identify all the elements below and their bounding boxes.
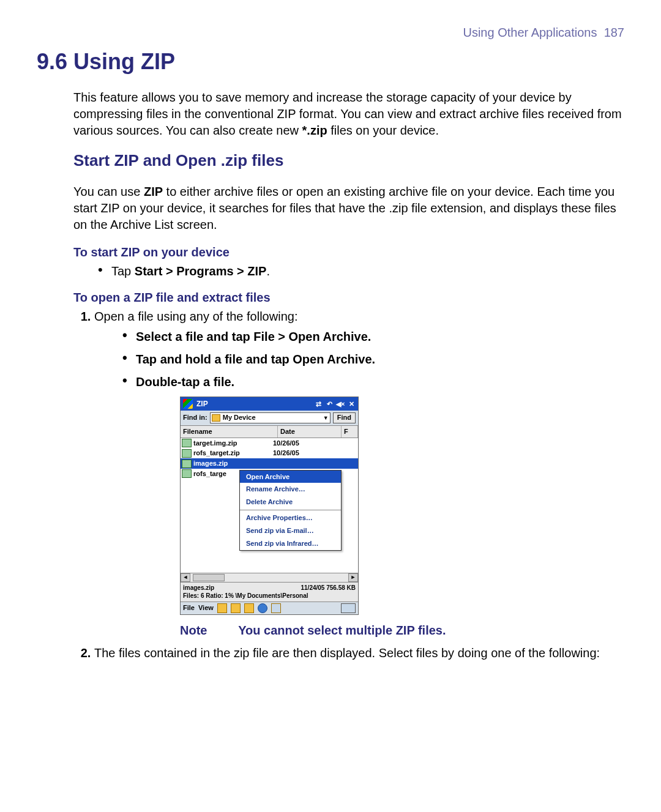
menu-delete-archive[interactable]: Delete Archive <box>240 496 341 508</box>
page-header: Using Other Applications 187 <box>37 24 624 41</box>
step1-bullet-1: Select a file and tap File > Open Archiv… <box>119 329 624 345</box>
zip-file-icon <box>182 439 192 447</box>
file-row-selected[interactable]: images.zip <box>181 458 358 469</box>
find-label: Find in: <box>183 413 207 422</box>
intro-paragraph: This feature allows you to save memory a… <box>73 89 624 139</box>
note-row: Note You cannot select multiple ZIP file… <box>180 622 624 639</box>
note-label: Note <box>180 622 235 639</box>
find-location-dropdown[interactable]: My Device ▼ <box>210 412 330 423</box>
column-other[interactable]: F <box>342 426 358 438</box>
chevron-down-icon: ▼ <box>323 414 329 422</box>
menu-separator <box>240 510 341 510</box>
open-folder-icon[interactable] <box>217 603 227 613</box>
keyboard-icon[interactable] <box>341 603 356 613</box>
zip-file-icon <box>182 449 192 458</box>
status-bar: images.zip 11/24/05 756.58 KB Files: 6 R… <box>181 582 358 602</box>
task-heading-start-zip: To start ZIP on your device <box>73 244 624 261</box>
scroll-right-icon[interactable]: ► <box>348 573 358 582</box>
step-1: Open a file using any of the following: … <box>94 308 624 639</box>
menu-file[interactable]: File <box>183 603 195 613</box>
section-title: 9.6 Using ZIP <box>37 47 624 77</box>
zip-file-icon <box>182 460 192 468</box>
note-text: You cannot select multiple ZIP files. <box>238 624 446 637</box>
zip-file-icon <box>182 469 192 478</box>
zip-app-screenshot: ZIP ⇄ ↶ ◀× ✕ Find in: My Device ▼ Find F… <box>180 397 359 615</box>
column-filename[interactable]: Filename <box>181 426 278 438</box>
close-icon[interactable]: ✕ <box>347 400 356 408</box>
file-list: target.img.zip 10/26/05 rofs_target.zip … <box>181 438 358 573</box>
back-icon[interactable]: ↶ <box>325 400 334 408</box>
find-button[interactable]: Find <box>333 412 356 423</box>
step1-bullet-3: Double-tap a file. <box>119 374 624 390</box>
task-heading-open-zip: To open a ZIP file and extract files <box>73 289 624 306</box>
step-2: The files contained in the zip file are … <box>94 645 624 661</box>
scroll-left-icon[interactable]: ◄ <box>181 573 190 582</box>
column-date[interactable]: Date <box>278 426 342 438</box>
horizontal-scrollbar[interactable]: ◄ ► <box>181 573 358 582</box>
subsection-intro: You can use ZIP to either archive files … <box>73 184 624 233</box>
bottom-menu-bar: File View <box>181 602 358 614</box>
list-header: Filename Date F <box>181 426 358 438</box>
menu-open-archive[interactable]: Open Archive <box>240 471 341 483</box>
file-row[interactable]: target.img.zip 10/26/05 <box>181 438 358 449</box>
step1-bullets: Select a file and tap File > Open Archiv… <box>94 329 624 390</box>
subsection-title: Start ZIP and Open .zip files <box>73 150 624 171</box>
folder-icon <box>212 414 220 422</box>
app-title: ZIP <box>196 399 208 409</box>
info-icon[interactable] <box>258 603 267 613</box>
menu-rename-archive[interactable]: Rename Archive… <box>240 483 341 496</box>
step1-bullet-2: Tap and hold a file and tap Open Archive… <box>119 351 624 368</box>
find-bar: Find in: My Device ▼ Find <box>181 411 358 426</box>
new-folder-icon[interactable] <box>231 603 241 613</box>
menu-send-infrared[interactable]: Send zip via Infrared… <box>240 537 341 550</box>
start-flag-icon[interactable] <box>183 399 193 409</box>
menu-archive-properties[interactable]: Archive Properties… <box>240 512 341 524</box>
context-menu: Open Archive Rename Archive… Delete Arch… <box>239 470 342 551</box>
open-zip-steps: Open a file using any of the following: … <box>73 308 624 661</box>
titlebar: ZIP ⇄ ↶ ◀× ✕ <box>181 397 358 411</box>
status-date-size: 11/24/05 756.58 KB <box>301 584 356 592</box>
extract-icon[interactable] <box>244 603 254 613</box>
status-path: Files: 6 Ratio: 1% \My Documents\Persona… <box>183 592 356 600</box>
task1-bullets: Tap Start > Programs > ZIP. <box>94 263 624 280</box>
status-filename: images.zip <box>183 584 214 592</box>
page-number: 187 <box>604 26 624 39</box>
task1-bullet-1: Tap Start > Programs > ZIP. <box>94 263 624 280</box>
menu-send-email[interactable]: Send zip via E-mail… <box>240 524 341 537</box>
file-row[interactable]: rofs_target.zip 10/26/05 <box>181 448 358 458</box>
menu-view[interactable]: View <box>198 603 214 613</box>
scroll-thumb[interactable] <box>193 574 225 581</box>
volume-icon[interactable]: ◀× <box>336 400 345 408</box>
options-icon[interactable] <box>271 603 281 613</box>
sync-icon[interactable]: ⇄ <box>314 400 323 408</box>
chapter-name: Using Other Applications <box>463 26 597 39</box>
